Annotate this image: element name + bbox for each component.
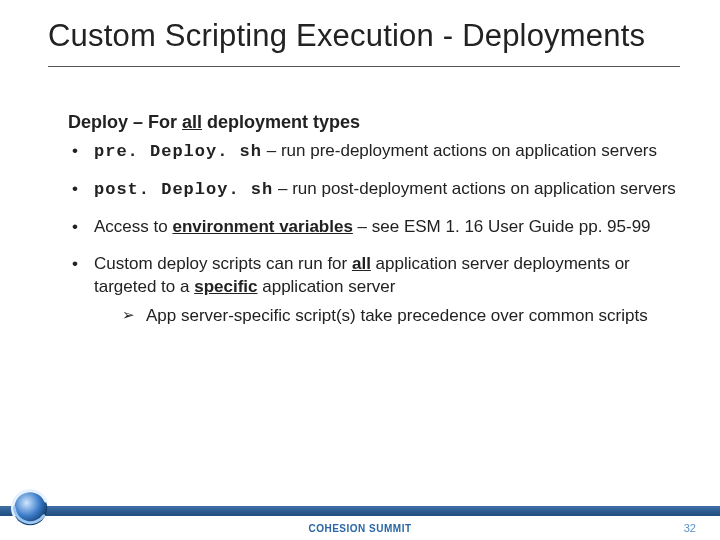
b4-all: all [352,254,371,273]
b4-c: application server [258,277,396,296]
footer-bar [0,506,720,516]
bullet-2-rest: – run post-deployment actions on applica… [273,179,676,198]
bullet-list: pre. Deploy. sh – run pre-deployment act… [68,140,690,342]
section-subhead: Deploy – For all deployment types [68,112,360,133]
bullet-1-rest: – run pre-deployment actions on applicat… [262,141,657,160]
b4-spec: specific [194,277,257,296]
logo-icon [6,484,54,532]
b3-a: Access to [94,217,172,236]
title-underline [48,66,680,67]
bullet-4: Custom deploy scripts can run for all ap… [68,253,690,328]
code-pre-deploy: pre. Deploy. sh [94,142,262,161]
b4-a: Custom deploy scripts can run for [94,254,352,273]
bullet-3: Access to environment variables – see ES… [68,216,690,239]
subhead-prefix: Deploy – For [68,112,182,132]
slide-title: Custom Scripting Execution - Deployments [48,18,680,54]
bullet-1: pre. Deploy. sh – run pre-deployment act… [68,140,690,164]
sub-list: App server-specific script(s) take prece… [94,305,690,328]
footer-text: COHESION SUMMIT [0,523,720,534]
slide: Custom Scripting Execution - Deployments… [0,0,720,540]
b3-env: environment variables [172,217,352,236]
sub-bullet-1: App server-specific script(s) take prece… [122,305,690,328]
bullet-2: post. Deploy. sh – run post-deployment a… [68,178,690,202]
subhead-suffix: deployment types [202,112,360,132]
page-number: 32 [684,522,696,534]
code-post-deploy: post. Deploy. sh [94,180,273,199]
subhead-all: all [182,112,202,132]
b3-b: – see ESM 1. 16 User Guide pp. 95-99 [353,217,651,236]
